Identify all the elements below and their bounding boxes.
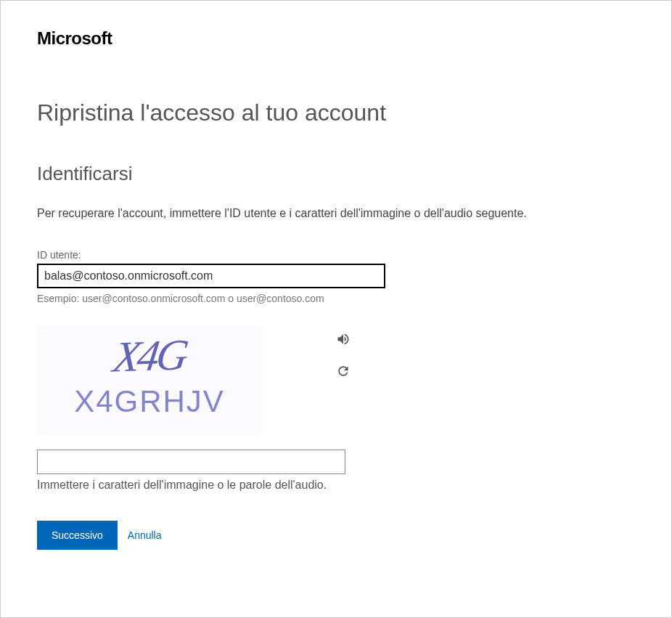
user-id-example: Esempio: user@contoso.onmicrosoft.com o …	[37, 293, 635, 304]
page-title: Ripristina l'accesso al tuo account	[37, 99, 635, 126]
user-id-input[interactable]	[37, 264, 385, 288]
cancel-button[interactable]: Annulla	[125, 524, 165, 547]
instructions-text: Per recuperare l'account, immettere l'ID…	[37, 207, 635, 220]
refresh-captcha-button[interactable]	[335, 364, 352, 381]
captcha-hint: Immettere i caratteri dell'immagine o le…	[37, 479, 635, 492]
audio-captcha-button[interactable]	[335, 332, 352, 349]
microsoft-logo: Microsoft	[37, 28, 635, 49]
speaker-icon	[336, 332, 351, 349]
captcha-distorted-text: X4G	[111, 337, 187, 374]
captcha-input[interactable]	[37, 450, 345, 474]
captcha-image: X4G X4GRHJV	[37, 326, 262, 435]
next-button[interactable]: Successivo	[37, 521, 118, 550]
captcha-clear-text: X4GRHJV	[74, 384, 225, 419]
subtitle: Identificarsi	[37, 163, 635, 185]
user-id-label: ID utente:	[37, 249, 635, 261]
refresh-icon	[336, 364, 351, 381]
